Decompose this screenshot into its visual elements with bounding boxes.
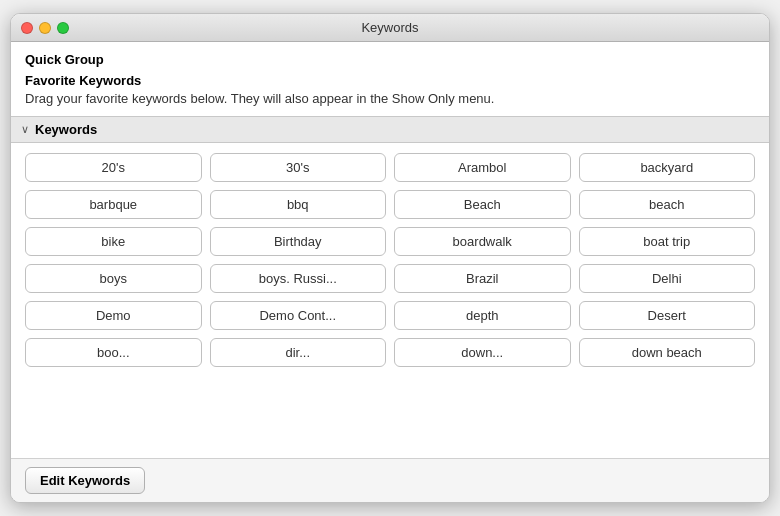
favorite-keywords-title: Favorite Keywords	[25, 73, 755, 88]
keyword-button[interactable]: Desert	[579, 301, 756, 330]
keyword-button[interactable]: boys	[25, 264, 202, 293]
edit-keywords-button[interactable]: Edit Keywords	[25, 467, 145, 494]
quick-group-section: Quick Group Favorite Keywords Drag your …	[11, 42, 769, 116]
keyword-button[interactable]: boo...	[25, 338, 202, 367]
titlebar: Keywords	[11, 14, 769, 42]
keyword-button[interactable]: Delhi	[579, 264, 756, 293]
keyword-button[interactable]: backyard	[579, 153, 756, 182]
keyword-button[interactable]: bike	[25, 227, 202, 256]
titlebar-buttons	[21, 22, 69, 34]
keyword-button[interactable]: boat trip	[579, 227, 756, 256]
keyword-button[interactable]: bbq	[210, 190, 387, 219]
keyword-button[interactable]: Birthday	[210, 227, 387, 256]
keyword-button[interactable]: Beach	[394, 190, 571, 219]
keyword-button[interactable]: barbque	[25, 190, 202, 219]
chevron-down-icon: ∨	[21, 123, 29, 136]
keyword-button[interactable]: down beach	[579, 338, 756, 367]
keyword-button[interactable]: dir...	[210, 338, 387, 367]
keyword-button[interactable]: Arambol	[394, 153, 571, 182]
keyword-button[interactable]: Brazil	[394, 264, 571, 293]
keyword-button[interactable]: boardwalk	[394, 227, 571, 256]
keyword-button[interactable]: Demo	[25, 301, 202, 330]
keyword-button[interactable]: 30's	[210, 153, 387, 182]
keyword-button[interactable]: Demo Cont...	[210, 301, 387, 330]
keyword-button[interactable]: 20's	[25, 153, 202, 182]
quick-group-title: Quick Group	[25, 52, 755, 67]
footer: Edit Keywords	[11, 458, 769, 502]
window-title: Keywords	[361, 20, 418, 35]
keywords-grid: 20's30'sArambolbackyardbarbquebbqBeachbe…	[25, 153, 755, 367]
minimize-button[interactable]	[39, 22, 51, 34]
keywords-section-label: Keywords	[35, 122, 97, 137]
keyword-button[interactable]: down...	[394, 338, 571, 367]
keyword-button[interactable]: depth	[394, 301, 571, 330]
close-button[interactable]	[21, 22, 33, 34]
keywords-grid-container: 20's30'sArambolbackyardbarbquebbqBeachbe…	[11, 143, 769, 458]
keyword-button[interactable]: boys. Russi...	[210, 264, 387, 293]
maximize-button[interactable]	[57, 22, 69, 34]
keywords-window: Keywords Quick Group Favorite Keywords D…	[10, 13, 770, 503]
keyword-button[interactable]: beach	[579, 190, 756, 219]
keywords-header[interactable]: ∨ Keywords	[11, 116, 769, 143]
favorite-keywords-desc: Drag your favorite keywords below. They …	[25, 90, 755, 108]
window-content: Quick Group Favorite Keywords Drag your …	[11, 42, 769, 502]
